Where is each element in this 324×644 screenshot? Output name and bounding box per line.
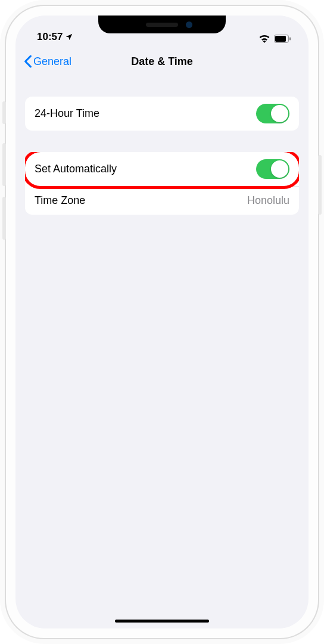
row-value: Honolulu bbox=[247, 194, 289, 207]
svg-rect-1 bbox=[275, 36, 286, 42]
status-left: 10:57 bbox=[37, 31, 73, 43]
back-button[interactable]: General bbox=[24, 55, 71, 68]
toggle-set-automatically[interactable] bbox=[256, 159, 289, 179]
speaker bbox=[146, 23, 178, 27]
settings-group-2: Set Automatically Time Zone Honolulu bbox=[25, 152, 299, 215]
side-button-volume-down bbox=[2, 197, 6, 240]
toggle-24-hour-time[interactable] bbox=[256, 104, 289, 123]
notch bbox=[98, 16, 226, 33]
side-button-volume-up bbox=[2, 143, 6, 186]
toggle-knob bbox=[271, 105, 288, 122]
row-label: 24-Hour Time bbox=[35, 107, 99, 120]
page-title: Date & Time bbox=[131, 55, 193, 68]
home-indicator[interactable] bbox=[115, 620, 209, 623]
chevron-left-icon bbox=[24, 55, 32, 68]
side-button-power bbox=[318, 155, 322, 215]
nav-bar: General Date & Time bbox=[15, 43, 309, 80]
row-24-hour-time[interactable]: 24-Hour Time bbox=[25, 97, 299, 131]
row-time-zone[interactable]: Time Zone Honolulu bbox=[25, 186, 299, 215]
row-label: Time Zone bbox=[35, 194, 85, 207]
content: 24-Hour Time Set Automatically Time Zone… bbox=[15, 80, 309, 215]
settings-group-1: 24-Hour Time bbox=[25, 97, 299, 131]
side-button-silent bbox=[2, 101, 6, 124]
device-frame: 10:57 General Date & Tim bbox=[6, 6, 318, 638]
wifi-icon bbox=[258, 34, 270, 43]
front-camera bbox=[186, 21, 192, 28]
toggle-knob bbox=[271, 160, 288, 178]
row-set-automatically[interactable]: Set Automatically bbox=[25, 152, 299, 186]
back-label: General bbox=[33, 55, 71, 68]
screen: 10:57 General Date & Tim bbox=[15, 16, 309, 628]
location-arrow-icon bbox=[65, 33, 73, 41]
status-time: 10:57 bbox=[37, 31, 63, 43]
status-right bbox=[258, 34, 292, 43]
svg-rect-2 bbox=[289, 37, 291, 40]
battery-icon bbox=[274, 35, 292, 43]
row-label: Set Automatically bbox=[35, 163, 117, 175]
